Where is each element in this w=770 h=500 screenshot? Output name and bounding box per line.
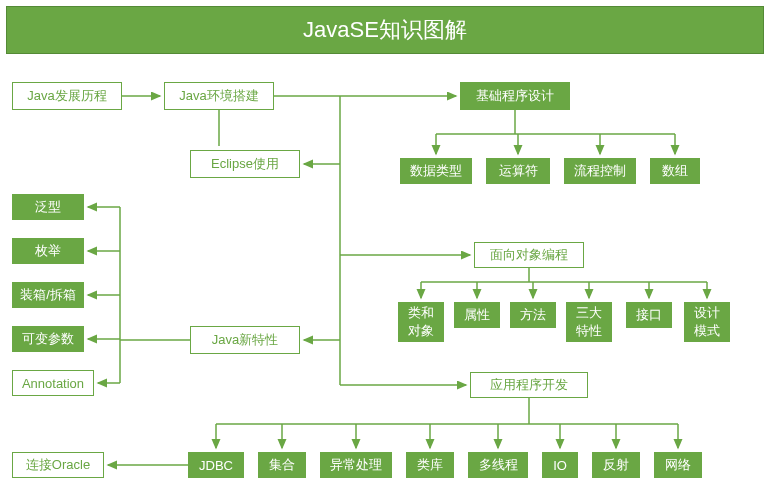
node-appdev: 应用程序开发 <box>470 372 588 398</box>
node-enum: 枚举 <box>12 238 84 264</box>
node-collection: 集合 <box>258 452 306 478</box>
node-boxing: 装箱/拆箱 <box>12 282 84 308</box>
node-array: 数组 <box>650 158 700 184</box>
node-three: 三大 特性 <box>566 302 612 342</box>
node-design: 设计 模式 <box>684 302 730 342</box>
node-env: Java环境搭建 <box>164 82 274 110</box>
node-varargs: 可变参数 <box>12 326 84 352</box>
node-annotation: Annotation <box>12 370 94 396</box>
node-exception: 异常处理 <box>320 452 392 478</box>
node-classobj: 类和 对象 <box>398 302 444 342</box>
node-interface: 接口 <box>626 302 672 328</box>
node-oracle: 连接Oracle <box>12 452 104 478</box>
connector-lines <box>0 54 770 500</box>
diagram-canvas: Java发展历程 Java环境搭建 基础程序设计 Eclipse使用 数据类型 … <box>0 54 770 500</box>
node-network: 网络 <box>654 452 702 478</box>
node-thread: 多线程 <box>468 452 528 478</box>
node-classlib: 类库 <box>406 452 454 478</box>
node-newfeat: Java新特性 <box>190 326 300 354</box>
node-oop: 面向对象编程 <box>474 242 584 268</box>
node-eclipse: Eclipse使用 <box>190 150 300 178</box>
node-io: IO <box>542 452 578 478</box>
node-flow: 流程控制 <box>564 158 636 184</box>
node-jdbc: JDBC <box>188 452 244 478</box>
diagram-title: JavaSE知识图解 <box>6 6 764 54</box>
node-dtype: 数据类型 <box>400 158 472 184</box>
node-operator: 运算符 <box>486 158 550 184</box>
node-generic: 泛型 <box>12 194 84 220</box>
node-reflect: 反射 <box>592 452 640 478</box>
node-attr: 属性 <box>454 302 500 328</box>
node-basic: 基础程序设计 <box>460 82 570 110</box>
node-history: Java发展历程 <box>12 82 122 110</box>
node-method: 方法 <box>510 302 556 328</box>
